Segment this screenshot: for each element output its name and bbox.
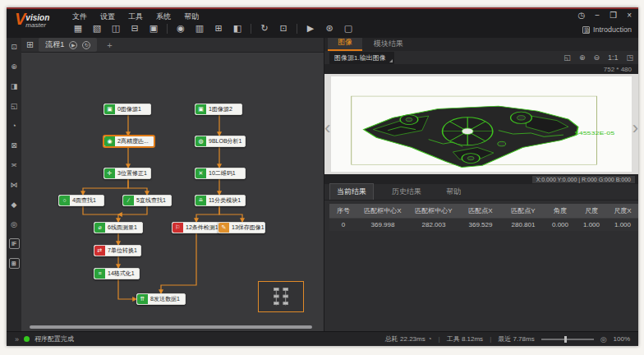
canvas-horizontal-scrollbar[interactable]	[30, 325, 312, 329]
measurement-icon[interactable]: ◱	[9, 100, 20, 111]
inspected-image: 545532E-05	[331, 76, 632, 172]
image-viewer[interactable]: 545532E-05 ‹ ›	[324, 74, 638, 174]
app-window: V vision master 文件设置工具系统帮助 ▦▧◫⊟▣◉▥⊞◧↻⊡▶⊛…	[7, 7, 638, 346]
flow-node-icon: ⇈	[137, 294, 148, 304]
introduction-link[interactable]: 🗎 Introduction	[582, 25, 632, 34]
result-table[interactable]: 序号匹配框中心X匹配框中心Y匹配点X匹配点Y角度尺度尺度X尺度Y分数 0369.…	[329, 204, 638, 231]
flow-node-14[interactable]: ⇈8发送数据1	[136, 293, 186, 305]
run-continuous-button[interactable]: ↻	[82, 41, 90, 49]
save-as-icon[interactable]: ◫	[110, 23, 122, 34]
add-flow-button[interactable]: +	[102, 40, 112, 50]
flow-node-icon: ▣	[104, 104, 115, 114]
zoom-in-icon[interactable]: ⊕	[579, 53, 586, 62]
tool-time: 工具 8.12ms	[447, 334, 483, 343]
flow-node-6[interactable]: ○4圆查找1	[58, 195, 104, 206]
save-icon[interactable]: ▦	[72, 23, 84, 34]
deep-learning-icon[interactable]: ◆	[9, 199, 20, 210]
calibration-icon[interactable]: ⊞	[9, 258, 20, 269]
image-tab-1[interactable]: 模块结果	[364, 37, 413, 51]
introduction-icon: 🗎	[582, 26, 590, 34]
logic-if-icon[interactable]: IF	[9, 238, 20, 249]
image-processing-icon[interactable]: ◨	[9, 81, 20, 91]
module-list-icon[interactable]: ▥	[194, 23, 205, 34]
image-source-dropdown[interactable]: 图像源1.输出图像	[329, 52, 394, 64]
flow-node-icon: ⇄	[94, 246, 105, 256]
flowchart-icon[interactable]: ⊞	[26, 39, 34, 50]
menu-item-2[interactable]: 工具	[128, 12, 143, 22]
global-script-icon[interactable]: ↻	[259, 23, 270, 34]
expand-statusbar-icon[interactable]: »	[15, 335, 19, 343]
flow-node-0[interactable]: ▣0图像源1	[104, 104, 151, 115]
run-params-icon[interactable]: ⊡	[278, 23, 289, 34]
minimize-icon[interactable]: −	[595, 12, 600, 20]
table-cell: 1.000	[576, 219, 607, 232]
fullscreen-icon[interactable]: ◳	[626, 53, 633, 62]
result-tab-2[interactable]: 帮助	[439, 184, 467, 200]
flow-node-icon: ✕	[196, 168, 206, 178]
location-icon[interactable]: ⊕	[9, 61, 20, 71]
window-layout-icon[interactable]: ▣	[148, 23, 159, 34]
flow-node-10[interactable]: ⚐12条件检测1	[172, 222, 221, 233]
flow-node-8[interactable]: ≞11分类模块1	[195, 195, 246, 206]
menu-item-3[interactable]: 系统	[156, 12, 171, 22]
fit-window-icon[interactable]: ◱	[564, 53, 571, 62]
prev-image-arrow[interactable]: ‹	[324, 119, 330, 137]
result-table-wrap: 序号匹配框中心X匹配框中心Y匹配点X匹配点Y角度尺度尺度X尺度Y分数 0369.…	[324, 201, 638, 331]
flowchart-canvas[interactable]: ▣0图像源1▣1图像源2◉2高精度匹...◍9BLOB分析1✛3位置修正1✕10…	[21, 53, 324, 331]
open-icon[interactable]: ▧	[91, 23, 103, 34]
defect-detection-icon[interactable]: ⊠	[9, 140, 20, 150]
result-tab-1[interactable]: 历史结果	[385, 184, 428, 200]
caliper-icon[interactable]: ≍	[9, 159, 20, 170]
table-cell: 369.998	[357, 219, 408, 232]
flow-node-label: 10二维码1	[206, 169, 238, 178]
restore-icon[interactable]: ❒	[610, 12, 617, 20]
flow-node-label: 13保存图像1	[229, 224, 264, 232]
run-continuous-icon[interactable]: ⊛	[324, 23, 335, 34]
export-icon[interactable]: ⊟	[129, 23, 140, 34]
run-once-button[interactable]: ▶	[69, 41, 77, 49]
flow-node-4[interactable]: ✛3位置修正1	[104, 168, 151, 179]
flow-node-7[interactable]: ∕5直线查找1	[122, 195, 172, 206]
flow-node-label: 3位置修正1	[115, 169, 150, 178]
flowchart-minimap[interactable]	[258, 281, 304, 312]
one-to-one-icon[interactable]: 1:1	[608, 53, 619, 62]
pin-icon[interactable]: ◷	[578, 12, 586, 20]
communication-icon[interactable]: ◧	[232, 23, 243, 34]
flow-node-icon: ◍	[196, 136, 206, 146]
zoom-out-icon[interactable]: ⊖	[593, 53, 600, 62]
flow-node-1[interactable]: ▣1图像源2	[195, 104, 242, 115]
next-image-arrow[interactable]: ›	[632, 119, 638, 137]
flow-node-label: 6线圆测量1	[105, 224, 140, 232]
io-setting-icon[interactable]: ⊞	[213, 23, 224, 34]
title-bar: V vision master 文件设置工具系统帮助 ▦▧◫⊟▣◉▥⊞◧↻⊡▶⊛…	[7, 9, 638, 38]
clock-icon: ◔	[428, 335, 432, 343]
acquisition-icon[interactable]: ⊡	[9, 41, 20, 52]
flow-node-2[interactable]: ◉2高精度匹...	[104, 136, 154, 147]
close-icon[interactable]: ×	[627, 12, 632, 20]
camera-icon[interactable]: ◉	[175, 23, 186, 34]
flow-tab-label: 流程1	[45, 39, 64, 50]
flow-node-5[interactable]: ✕10二维码1	[195, 168, 246, 179]
run-once-icon[interactable]: ▶	[305, 23, 316, 34]
flow-node-9[interactable]: ⌀6线圆测量1	[94, 222, 143, 233]
canvas-zoom-slider[interactable]	[541, 339, 594, 340]
flow-tab[interactable]: 流程1 ▶ ↻	[39, 38, 97, 52]
flow-node-icon: ◉	[104, 136, 115, 146]
window-controls: ◷−❒×	[578, 12, 632, 20]
table-row[interactable]: 0369.998282.003369.529280.8010.0001.0001…	[329, 219, 638, 232]
color-processing-icon[interactable]: ◔	[9, 120, 20, 131]
flow-node-11[interactable]: ✎13保存图像1	[218, 222, 265, 233]
recent-time: 最近 7.78ms	[498, 334, 534, 343]
menu-item-0[interactable]: 文件	[72, 12, 87, 22]
menu-item-1[interactable]: 设置	[100, 12, 115, 22]
menu-item-4[interactable]: 帮助	[184, 12, 199, 22]
stop-icon[interactable]: ▢	[343, 23, 354, 34]
recognition-icon[interactable]: ⋈	[9, 179, 20, 190]
zoom-slider-handle[interactable]	[564, 336, 567, 343]
communication-tool-icon[interactable]: ◎	[9, 219, 20, 229]
result-tab-0[interactable]: 当前结果	[329, 183, 374, 200]
flow-node-3[interactable]: ◍9BLOB分析1	[195, 136, 246, 147]
logo-v-icon: V	[15, 12, 25, 26]
flow-node-12[interactable]: ⇄7单位转换1	[94, 245, 141, 256]
flow-node-13[interactable]: ≡14格式化1	[94, 268, 140, 279]
